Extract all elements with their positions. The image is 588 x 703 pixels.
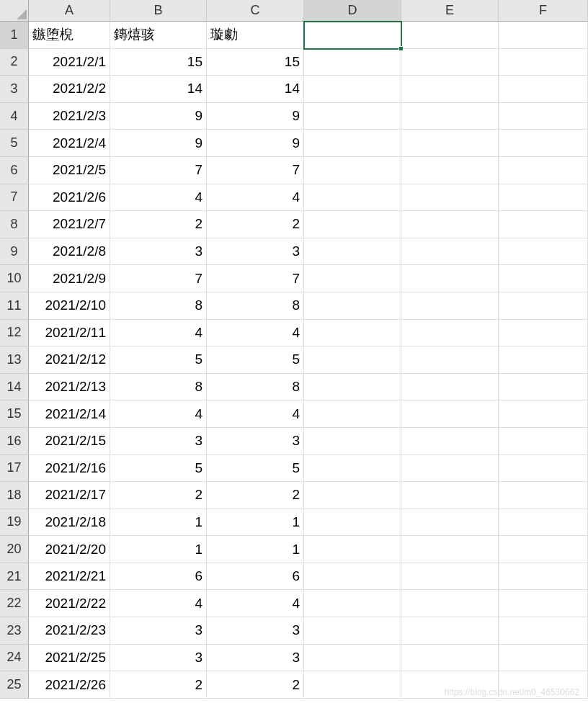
row-header-18[interactable]: 18 bbox=[0, 482, 29, 509]
cell-E25[interactable] bbox=[401, 671, 499, 699]
cell-F3[interactable] bbox=[499, 76, 588, 103]
cell-A20[interactable]: 2021/2/20 bbox=[29, 536, 110, 563]
cell-C4[interactable]: 9 bbox=[207, 103, 304, 130]
cell-D9[interactable] bbox=[304, 238, 401, 266]
cell-F2[interactable] bbox=[499, 49, 588, 76]
cell-D2[interactable] bbox=[304, 49, 401, 76]
cell-A5[interactable]: 2021/2/4 bbox=[29, 130, 110, 157]
cell-D4[interactable] bbox=[304, 103, 401, 130]
cell-B11[interactable]: 8 bbox=[110, 292, 207, 320]
cell-A14[interactable]: 2021/2/13 bbox=[29, 374, 110, 401]
cell-F8[interactable] bbox=[499, 211, 588, 238]
cell-C3[interactable]: 14 bbox=[207, 76, 304, 103]
cell-E20[interactable] bbox=[401, 536, 499, 563]
cell-A17[interactable]: 2021/2/16 bbox=[29, 455, 110, 483]
cell-B10[interactable]: 7 bbox=[110, 265, 207, 292]
cell-B3[interactable]: 14 bbox=[110, 76, 207, 103]
cell-D5[interactable] bbox=[304, 130, 401, 157]
cell-E2[interactable] bbox=[401, 49, 499, 76]
cell-D1[interactable] bbox=[304, 22, 401, 49]
cell-E5[interactable] bbox=[401, 130, 499, 157]
row-header-1[interactable]: 1 bbox=[0, 22, 29, 49]
row-header-20[interactable]: 20 bbox=[0, 536, 29, 563]
cell-B12[interactable]: 4 bbox=[110, 320, 207, 347]
cell-E8[interactable] bbox=[401, 211, 499, 238]
cell-A23[interactable]: 2021/2/23 bbox=[29, 617, 110, 645]
cell-F13[interactable] bbox=[499, 346, 588, 374]
cell-A11[interactable]: 2021/2/10 bbox=[29, 292, 110, 320]
row-header-13[interactable]: 13 bbox=[0, 346, 29, 374]
cell-F7[interactable] bbox=[499, 184, 588, 212]
cell-E15[interactable] bbox=[401, 400, 499, 428]
cell-F14[interactable] bbox=[499, 374, 588, 401]
cell-E10[interactable] bbox=[401, 265, 499, 292]
cell-C9[interactable]: 3 bbox=[207, 238, 304, 266]
row-header-16[interactable]: 16 bbox=[0, 428, 29, 455]
cell-D14[interactable] bbox=[304, 374, 401, 401]
cell-C6[interactable]: 7 bbox=[207, 157, 304, 184]
cell-C17[interactable]: 5 bbox=[207, 455, 304, 483]
cell-F21[interactable] bbox=[499, 563, 588, 591]
cell-E13[interactable] bbox=[401, 346, 499, 374]
cell-E6[interactable] bbox=[401, 157, 499, 184]
row-header-10[interactable]: 10 bbox=[0, 265, 29, 292]
cell-F22[interactable] bbox=[499, 590, 588, 617]
cell-F12[interactable] bbox=[499, 320, 588, 347]
cell-A6[interactable]: 2021/2/5 bbox=[29, 157, 110, 184]
cell-F6[interactable] bbox=[499, 157, 588, 184]
cell-E23[interactable] bbox=[401, 617, 499, 645]
cell-F15[interactable] bbox=[499, 400, 588, 428]
cell-A18[interactable]: 2021/2/17 bbox=[29, 482, 110, 509]
cell-B18[interactable]: 2 bbox=[110, 482, 207, 509]
row-header-3[interactable]: 3 bbox=[0, 76, 29, 103]
cell-F18[interactable] bbox=[499, 482, 588, 509]
cell-C25[interactable]: 2 bbox=[207, 671, 304, 699]
cell-D8[interactable] bbox=[304, 211, 401, 238]
cell-D21[interactable] bbox=[304, 563, 401, 591]
cell-C10[interactable]: 7 bbox=[207, 265, 304, 292]
cell-B15[interactable]: 4 bbox=[110, 400, 207, 428]
select-all-corner[interactable] bbox=[0, 0, 29, 22]
cell-D17[interactable] bbox=[304, 455, 401, 483]
column-header-F[interactable]: F bbox=[499, 0, 588, 22]
cell-B25[interactable]: 2 bbox=[110, 671, 207, 699]
row-header-15[interactable]: 15 bbox=[0, 400, 29, 428]
cell-C22[interactable]: 4 bbox=[207, 590, 304, 617]
cell-B16[interactable]: 3 bbox=[110, 428, 207, 455]
cell-F24[interactable] bbox=[499, 645, 588, 672]
cell-D25[interactable] bbox=[304, 671, 401, 699]
cell-B21[interactable]: 6 bbox=[110, 563, 207, 591]
cell-E16[interactable] bbox=[401, 428, 499, 455]
cell-D10[interactable] bbox=[304, 265, 401, 292]
row-header-19[interactable]: 19 bbox=[0, 509, 29, 537]
cell-A10[interactable]: 2021/2/9 bbox=[29, 265, 110, 292]
cell-F20[interactable] bbox=[499, 536, 588, 563]
row-header-23[interactable]: 23 bbox=[0, 617, 29, 645]
cell-E9[interactable] bbox=[401, 238, 499, 266]
cell-C2[interactable]: 15 bbox=[207, 49, 304, 76]
cell-F1[interactable] bbox=[499, 22, 588, 49]
row-header-24[interactable]: 24 bbox=[0, 645, 29, 672]
row-header-11[interactable]: 11 bbox=[0, 292, 29, 320]
cell-C13[interactable]: 5 bbox=[207, 346, 304, 374]
fill-handle[interactable] bbox=[398, 46, 404, 51]
cell-D3[interactable] bbox=[304, 76, 401, 103]
cell-C8[interactable]: 2 bbox=[207, 211, 304, 238]
cell-C23[interactable]: 3 bbox=[207, 617, 304, 645]
cell-A12[interactable]: 2021/2/11 bbox=[29, 320, 110, 347]
cell-C14[interactable]: 8 bbox=[207, 374, 304, 401]
column-header-C[interactable]: C bbox=[207, 0, 304, 22]
row-header-22[interactable]: 22 bbox=[0, 590, 29, 617]
row-header-17[interactable]: 17 bbox=[0, 455, 29, 483]
cell-A8[interactable]: 2021/2/7 bbox=[29, 211, 110, 238]
cell-C20[interactable]: 1 bbox=[207, 536, 304, 563]
cell-F25[interactable] bbox=[499, 671, 588, 699]
cell-F10[interactable] bbox=[499, 265, 588, 292]
cell-C18[interactable]: 2 bbox=[207, 482, 304, 509]
cell-E4[interactable] bbox=[401, 103, 499, 130]
cell-F4[interactable] bbox=[499, 103, 588, 130]
cell-F16[interactable] bbox=[499, 428, 588, 455]
cell-F17[interactable] bbox=[499, 455, 588, 483]
cell-C19[interactable]: 1 bbox=[207, 509, 304, 537]
cell-B2[interactable]: 15 bbox=[110, 49, 207, 76]
